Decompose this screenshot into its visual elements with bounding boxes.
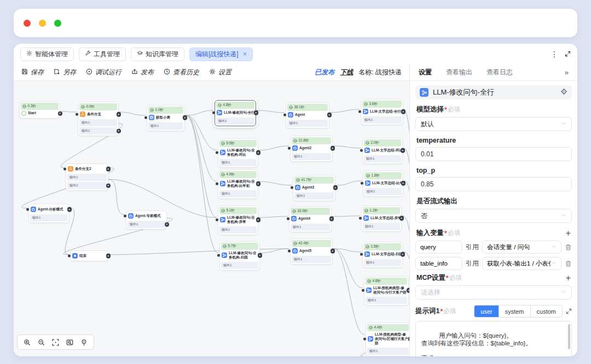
plus-port[interactable]: + <box>258 253 263 258</box>
node-output[interactable]: 输出1 <box>363 223 400 230</box>
kebab-menu-icon[interactable]: ⋮ <box>551 50 558 58</box>
node-s5[interactable]: 1.5秒LLM-文字总结-归因+输出1 <box>362 242 403 268</box>
top-p-input[interactable]: 0.85 <box>415 177 572 191</box>
stream-output-select[interactable]: 否 <box>415 209 572 223</box>
plus-port[interactable]: + <box>165 222 170 227</box>
plus-port[interactable]: + <box>256 181 261 186</box>
node-output[interactable]: 输出1 <box>30 214 68 221</box>
node-output[interactable]: 输出1 <box>287 120 328 127</box>
input-port[interactable] <box>288 250 291 253</box>
node-output[interactable]: 输出1 <box>362 116 402 124</box>
add-mcp-button[interactable]: + <box>566 274 571 283</box>
node-output[interactable]: 输出1 <box>292 256 331 263</box>
node-output[interactable]: 输出1 <box>221 262 258 269</box>
temperature-input[interactable]: 0.01 <box>415 147 572 161</box>
zoom-in-icon[interactable] <box>24 339 31 346</box>
input-port[interactable] <box>216 183 218 185</box>
node-output[interactable]: 输出1 <box>219 226 257 233</box>
node-m3[interactable]: 5.1秒LLM-修改问句-业务机构-异常+输出1 <box>218 206 258 235</box>
plus-port[interactable]: + <box>58 111 63 116</box>
node-output[interactable]: 输出1 <box>364 259 401 266</box>
node-output[interactable]: 输出2+ <box>79 127 117 134</box>
trash-icon[interactable] <box>565 260 572 267</box>
node-output[interactable]: 输出1 <box>364 188 402 195</box>
node-end[interactable]: 结束+ <box>70 250 108 261</box>
plus-port[interactable]: + <box>333 185 338 190</box>
node-b2[interactable]: 4.4秒LLM-按机构类型-修改问句-区域行大客户部+输出1 <box>366 322 409 356</box>
fit-view-icon[interactable] <box>52 339 59 346</box>
node-output[interactable]: 输出1 <box>67 174 107 181</box>
plus-port[interactable]: + <box>408 337 410 342</box>
toolbar-settings-button[interactable]: 设置 <box>209 68 231 77</box>
input-port[interactable] <box>288 147 291 150</box>
toolbar-save-button[interactable]: 保存 <box>21 68 44 77</box>
plus-port[interactable]: + <box>256 150 261 155</box>
node-output[interactable]: 输出1 <box>216 118 254 125</box>
plus-port[interactable]: + <box>401 181 406 186</box>
model-select[interactable]: 默认 <box>415 117 572 131</box>
plus-port[interactable]: + <box>327 113 332 118</box>
plus-port[interactable]: + <box>401 109 406 114</box>
tab-edit-workflow[interactable]: 编辑[战报快递] × <box>189 48 253 61</box>
expand-icon[interactable] <box>566 308 572 314</box>
input-port[interactable] <box>362 289 364 292</box>
input-port[interactable] <box>26 208 29 211</box>
node-m4[interactable]: 5.7秒LLM-修改问句-业务机构-归因+输出1 <box>219 241 260 271</box>
node-m1[interactable]: 5.5秒LLM-修改问句-业务机构-环比+输出1 <box>218 138 258 168</box>
offline-link[interactable]: 下线 <box>340 68 353 77</box>
toolbar-history-button[interactable]: 查看历史 <box>164 68 199 77</box>
node-output[interactable]: 输出1+ <box>128 221 165 228</box>
top-tab-2[interactable]: 知识库管理 <box>131 48 184 61</box>
node-cond2[interactable]: 条件分支2+输出1输出2+ <box>66 163 108 191</box>
plus-port[interactable]: + <box>401 252 405 257</box>
plus-port[interactable]: + <box>399 216 404 221</box>
panel-tab-1[interactable]: 查看输出 <box>446 68 472 77</box>
input-port[interactable] <box>363 338 366 340</box>
top-tab-1[interactable]: 工具管理 <box>79 48 126 61</box>
plus-port[interactable]: + <box>254 110 259 115</box>
toolbar-save-as-button[interactable]: 另存 <box>54 68 76 77</box>
node-m2[interactable]: 4.9秒LLM-修改问句-业务机构-比年初+输出1 <box>218 169 258 199</box>
input-port[interactable] <box>287 218 289 220</box>
plus-port[interactable]: + <box>401 148 405 153</box>
variable-name-input[interactable]: query <box>415 240 462 254</box>
node-b1[interactable]: 4.8秒LLM-按机构类型-修改问句-分行大客户部+输出1 <box>364 276 409 306</box>
input-port[interactable] <box>360 253 363 256</box>
plus-port[interactable]: + <box>183 115 188 120</box>
node-output[interactable]: 输出1 <box>148 122 183 130</box>
node-s1[interactable]: 3.6秒LLM-文字总结-全行数据+输出1 <box>361 99 403 125</box>
node-output[interactable]: 输出1 <box>292 153 331 160</box>
plus-port[interactable]: + <box>117 128 121 133</box>
prompt1-mode-custom[interactable]: custom <box>530 306 562 317</box>
node-cond1[interactable]: 0.0秒条件分支+输出1输出2+ <box>78 102 119 136</box>
node-a4[interactable]: 33.9秒Agent4+输出1 <box>289 206 332 232</box>
textarea-scrollbar[interactable] <box>568 324 570 349</box>
input-port[interactable] <box>291 186 293 189</box>
variable-ref-select[interactable]: 会话变量 / 问句 <box>482 240 561 254</box>
input-port[interactable] <box>216 151 218 154</box>
input-port[interactable] <box>216 219 218 221</box>
input-port[interactable] <box>63 168 66 171</box>
node-output[interactable]: 输出1 <box>219 190 257 197</box>
fullscreen-icon[interactable] <box>565 49 571 59</box>
panel-collapse-icon[interactable]: » <box>565 68 569 77</box>
plus-port[interactable]: + <box>329 216 334 221</box>
plus-port[interactable]: + <box>106 183 111 188</box>
node-agent-expert[interactable]: Agent-专家模式输出1+ <box>126 210 167 230</box>
node-output[interactable]: 输出2+ <box>67 182 107 189</box>
input-port[interactable] <box>283 114 286 116</box>
panel-tab-2[interactable]: 查看日志 <box>486 68 513 77</box>
input-port[interactable] <box>359 217 362 220</box>
prompt1-mode-user[interactable]: user <box>474 306 498 317</box>
input-port[interactable] <box>68 255 71 257</box>
input-port[interactable] <box>124 215 126 218</box>
plus-port[interactable]: + <box>331 146 335 151</box>
node-llm-full[interactable]: 4.8秒LLM-修改问句-全行+输出1 <box>215 100 256 126</box>
window-minimize-button[interactable] <box>39 20 46 27</box>
window-maximize-button[interactable] <box>54 20 61 27</box>
input-port[interactable] <box>212 111 215 114</box>
node-output[interactable]: 输出1 <box>79 119 117 126</box>
input-port[interactable] <box>217 254 220 257</box>
node-a1[interactable]: 38.1秒Agent+输出1 <box>286 102 329 128</box>
plus-port[interactable]: + <box>106 167 111 172</box>
